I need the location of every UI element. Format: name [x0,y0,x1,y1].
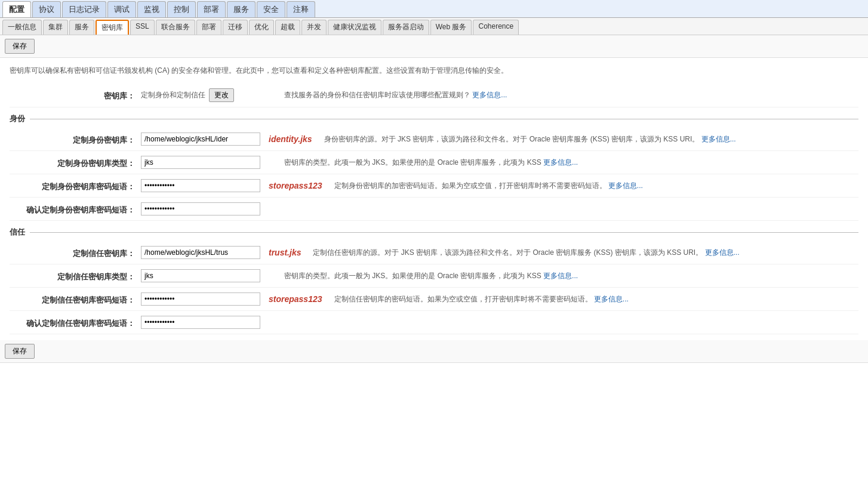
trust-passphrase-annotation: storepass123 [264,294,322,304]
trust-divider-line [30,232,858,233]
top-nav-security[interactable]: 安全 [257,1,285,17]
tab-health-monitor[interactable]: 健康状况监视 [328,20,381,35]
tab-cluster[interactable]: 集群 [43,20,68,35]
trust-confirm-passphrase-row: 确认定制信任密钥库密码短语： [10,311,858,334]
trust-keystore-type-label: 定制信任密钥库类型： [10,269,141,282]
trust-passphrase-more-info[interactable]: 更多信息... [594,295,629,303]
main-content: 密钥库： 定制身份和定制信任 更改 查找服务器的身份和信任密钥库时应该使用哪些配… [0,84,868,334]
tab-deploy[interactable]: 部署 [196,20,221,35]
tab-services[interactable]: 服务 [69,20,94,35]
bottom-toolbar: 保存 [0,340,868,363]
identity-confirm-passphrase-input-area [141,202,272,215]
identity-passphrase-label: 定制身份密钥库密码短语： [10,179,141,192]
identity-passphrase-help-text: 定制身份密钥库的加密密码短语。如果为空或空值，打开密钥库时将不需要密码短语。 [334,181,607,190]
bottom-save-button[interactable]: 保存 [5,344,35,359]
trust-passphrase-help-text: 定制信任密钥库的密码短语。如果为空或空值，打开密钥库时将不需要密码短语。 [334,295,592,303]
keystore-row: 密钥库： 定制身份和定制信任 更改 查找服务器的身份和信任密钥库时应该使用哪些配… [10,84,858,107]
trust-keystore-type-help: 密钥库的类型。此项一般为 JKS。如果使用的是 Oracle 密钥库服务，此项为… [272,269,858,281]
trust-passphrase-label: 定制信任密钥库密码短语： [10,292,141,306]
keystore-help-text: 查找服务器的身份和信任密钥库时应该使用哪些配置规则？ [284,91,470,99]
trust-keystore-annotation: trust.jks [264,248,301,257]
save-button[interactable]: 保存 [5,39,35,54]
identity-keystore-type-label: 定制身份密钥库类型： [10,156,141,169]
tab-server-start[interactable]: 服务器启动 [383,20,429,35]
trust-section-title: 信任 [10,227,25,238]
trust-keystore-type-input-area [141,269,272,282]
keystore-change-button[interactable]: 更改 [209,88,234,102]
identity-passphrase-input-area: storepass123 [141,179,322,192]
trust-keystore-input-area: trust.jks [141,246,301,259]
top-nav-protocol[interactable]: 协议 [32,1,61,17]
trust-section-header: 信任 [10,221,858,241]
identity-keystore-type-input-area [141,156,272,169]
identity-keystore-type-input[interactable] [141,156,260,169]
top-nav-logging[interactable]: 日志记录 [62,1,106,17]
identity-keystore-label: 定制身份密钥库： [10,133,141,146]
tab-ssl[interactable]: SSL [130,20,155,35]
trust-keystore-type-row: 定制信任密钥库类型： 密钥库的类型。此项一般为 JKS。如果使用的是 Oracl… [10,264,858,288]
identity-keystore-annotation: identity.jks [264,134,312,144]
sub-navigation: 一般信息 集群 服务 密钥库 SSL 联合服务 部署 迁移 优化 超载 并发 健… [0,18,868,35]
keystore-help: 查找服务器的身份和信任密钥库时应该使用哪些配置规则？ 更多信息... [272,88,858,100]
tab-concurrency[interactable]: 并发 [301,20,327,35]
identity-keystore-input[interactable] [141,133,260,146]
identity-section-header: 身份 [10,107,858,128]
trust-confirm-passphrase-input[interactable] [141,316,260,329]
trust-confirm-passphrase-input-area [141,316,272,329]
keystore-input-area: 定制身份和定制信任 更改 [141,88,272,102]
identity-confirm-passphrase-help [272,202,858,204]
tab-coherence[interactable]: Coherence [473,20,519,35]
identity-divider-line [30,119,858,119]
tab-migration[interactable]: 迁移 [223,20,248,35]
top-nav-deploy[interactable]: 部署 [197,1,226,17]
tab-overload[interactable]: 超载 [275,20,300,35]
identity-passphrase-annotation: storepass123 [264,181,322,190]
tab-general-info[interactable]: 一般信息 [2,20,42,35]
identity-passphrase-more-info[interactable]: 更多信息... [608,181,643,190]
identity-keystore-more-info[interactable]: 更多信息... [701,135,736,143]
top-nav-services[interactable]: 服务 [227,1,256,17]
trust-passphrase-input[interactable] [141,292,260,306]
top-nav-notes[interactable]: 注释 [287,1,315,17]
trust-keystore-type-more-info[interactable]: 更多信息... [543,272,578,280]
page-description: 密钥库可以确保私有密钥和可信证书颁发机构 (CA) 的安全存储和管理。在此页中，… [0,58,868,84]
identity-keystore-help: 身份密钥库的源。对于 JKS 密钥库，该源为路径和文件名。对于 Oracle 密… [312,133,858,144]
trust-keystore-help: 定制信任密钥库的源。对于 JKS 密钥库，该源为路径和文件名。对于 Oracle… [301,246,858,258]
tab-keystore[interactable]: 密钥库 [96,20,129,35]
identity-keystore-row: 定制身份密钥库： identity.jks 身份密钥库的源。对于 JKS 密钥库… [10,128,858,151]
trust-keystore-label: 定制信任密钥库： [10,246,141,259]
description-text: 密钥库可以确保私有密钥和可信证书颁发机构 (CA) 的安全存储和管理。在此页中，… [10,66,508,75]
tab-web-services[interactable]: Web 服务 [430,20,472,35]
trust-keystore-input[interactable] [141,246,260,259]
keystore-value: 定制身份和定制信任 [141,90,205,100]
trust-passphrase-row: 定制信任密钥库密码短语： storepass123 定制信任密钥库的密码短语。如… [10,288,858,311]
tab-optimize[interactable]: 优化 [249,20,274,35]
trust-confirm-passphrase-help [272,316,858,317]
keystore-more-info-link[interactable]: 更多信息... [472,91,507,99]
identity-confirm-passphrase-label: 确认定制身份密钥库密码短语： [10,202,141,215]
tab-federation[interactable]: 联合服务 [156,20,195,35]
trust-keystore-row: 定制信任密钥库： trust.jks 定制信任密钥库的源。对于 JKS 密钥库，… [10,241,858,264]
trust-keystore-type-input[interactable] [141,269,260,282]
identity-keystore-help-text: 身份密钥库的源。对于 JKS 密钥库，该源为路径和文件名。对于 Oracle 密… [324,135,700,143]
trust-keystore-more-info[interactable]: 更多信息... [705,248,740,257]
trust-passphrase-help: 定制信任密钥库的密码短语。如果为空或空值，打开密钥库时将不需要密码短语。 更多信… [322,292,858,304]
top-nav-config[interactable]: 配置 [2,1,31,17]
identity-keystore-type-help-text: 密钥库的类型。此项一般为 JKS。如果使用的是 Oracle 密钥库服务，此项为… [284,158,541,167]
trust-passphrase-input-area: storepass123 [141,292,322,306]
top-nav-debug[interactable]: 调试 [107,1,136,17]
keystore-label: 密钥库： [10,88,141,101]
top-navigation: 配置 协议 日志记录 调试 监视 控制 部署 服务 安全 注释 [0,0,868,18]
identity-passphrase-input[interactable] [141,179,260,192]
identity-keystore-input-area: identity.jks [141,133,312,146]
identity-keystore-type-more-info[interactable]: 更多信息... [543,158,578,167]
identity-confirm-passphrase-row: 确认定制身份密钥库密码短语： [10,198,858,221]
identity-keystore-type-help: 密钥库的类型。此项一般为 JKS。如果使用的是 Oracle 密钥库服务，此项为… [272,156,858,168]
identity-passphrase-help: 定制身份密钥库的加密密码短语。如果为空或空值，打开密钥库时将不需要密码短语。 更… [322,179,858,191]
identity-keystore-type-row: 定制身份密钥库类型： 密钥库的类型。此项一般为 JKS。如果使用的是 Oracl… [10,151,858,174]
identity-section-title: 身份 [10,113,25,124]
trust-keystore-help-text: 定制信任密钥库的源。对于 JKS 密钥库，该源为路径和文件名。对于 Oracle… [313,248,703,257]
top-nav-monitor[interactable]: 监视 [137,1,166,17]
identity-confirm-passphrase-input[interactable] [141,202,260,215]
top-nav-control[interactable]: 控制 [167,1,196,17]
